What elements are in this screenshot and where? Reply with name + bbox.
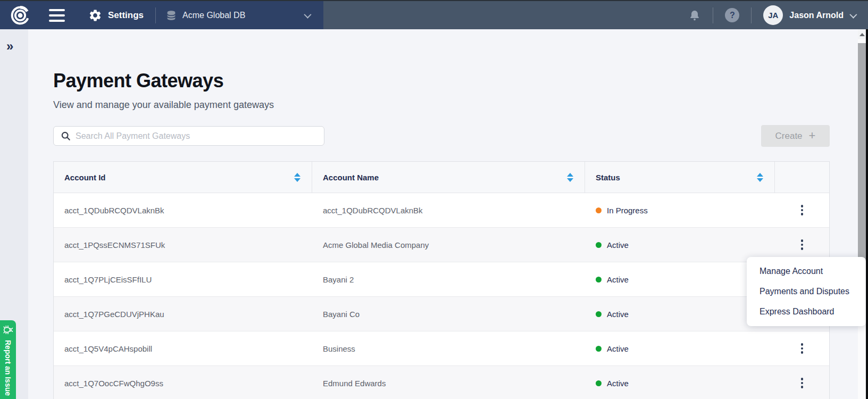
status-label: Active <box>607 379 629 388</box>
chevron-down-icon <box>304 11 311 18</box>
cell-actions <box>775 331 829 365</box>
menu-item-payments-and-disputes[interactable]: Payments and Disputes <box>747 281 866 302</box>
row-actions-context-menu: Manage Account Payments and Disputes Exp… <box>747 257 866 326</box>
kebab-menu-icon[interactable] <box>796 375 809 392</box>
table-row[interactable]: acct_1Q5V4pCAHspobill Business Active <box>54 331 829 366</box>
status-label: In Progress <box>607 206 648 215</box>
sort-icon[interactable] <box>294 173 301 182</box>
cell-account-id: acct_1Q7PGeCDUVjPHKau <box>54 297 312 331</box>
status-dot <box>596 346 602 352</box>
table-row[interactable]: acct_1Q7PGeCDUVjPHKau Bayani Co Active <box>54 297 829 331</box>
vertical-scrollbar <box>858 29 866 399</box>
gear-icon <box>88 9 102 22</box>
bug-icon <box>2 324 14 336</box>
search-icon <box>61 131 71 141</box>
cell-status: Active <box>585 228 775 262</box>
cell-actions <box>775 366 829 399</box>
chevron-down-icon <box>849 11 857 18</box>
status-label: Active <box>607 240 629 250</box>
table-row[interactable]: acct_1Q7OocCFwQhgO9ss Edmund Edwards Act… <box>54 366 829 399</box>
menu-item-manage-account[interactable]: Manage Account <box>747 261 866 281</box>
cell-account-id: acct_1Q7OocCFwQhgO9ss <box>54 366 312 399</box>
cell-account-name: Bayani Co <box>312 297 585 331</box>
status-dot <box>596 277 602 282</box>
navbar-right-section: ? JA Jason Arnold <box>323 1 868 29</box>
table-row[interactable]: acct_1QDubRCQDVLaknBk acct_1QDubRCQDVLak… <box>54 193 829 228</box>
hamburger-menu-icon[interactable] <box>49 9 66 22</box>
status-label: Active <box>607 310 629 319</box>
database-icon <box>165 10 177 21</box>
table-header: Account Id Account Name Status <box>54 162 829 193</box>
kebab-menu-icon[interactable] <box>796 340 809 357</box>
navbar-divider <box>155 7 156 23</box>
user-menu[interactable]: JA Jason Arnold <box>763 5 855 25</box>
status-dot <box>596 207 602 213</box>
cell-account-name: Acme Global Media Company <box>312 228 585 262</box>
database-selector[interactable]: Acme Global DB <box>165 10 310 21</box>
column-header-actions <box>775 162 829 193</box>
sort-icon[interactable] <box>757 173 763 182</box>
scroll-up-arrow-icon[interactable] <box>858 29 866 39</box>
create-button[interactable]: Create + <box>761 125 830 147</box>
bell-icon <box>688 9 701 22</box>
menu-item-express-dashboard[interactable]: Express Dashboard <box>747 302 866 322</box>
table-row[interactable]: acct_1PQssECNMS71SFUk Acme Global Media … <box>54 228 829 262</box>
cell-status: Active <box>585 366 775 399</box>
app-logo-icon[interactable] <box>9 4 32 27</box>
status-label: Active <box>607 275 629 284</box>
app-window: Settings Acme Global DB <box>0 0 868 399</box>
status-dot <box>596 242 602 248</box>
kebab-menu-icon[interactable] <box>796 236 809 253</box>
cell-account-id: acct_1Q5V4pCAHspobill <box>54 331 312 365</box>
plus-icon: + <box>809 130 816 142</box>
cell-account-name: Edmund Edwards <box>312 366 585 399</box>
toolbar: Create + <box>53 125 830 147</box>
top-navbar: Settings Acme Global DB <box>0 0 868 29</box>
cell-account-id: acct_1PQssECNMS71SFUk <box>54 228 312 262</box>
status-dot <box>596 380 602 386</box>
navbar-divider <box>713 7 713 23</box>
search-input[interactable] <box>76 131 324 141</box>
column-header-account-id[interactable]: Account Id <box>54 162 312 193</box>
main-content: Payment Gateways View and manage your av… <box>28 29 868 399</box>
cell-account-name: Bayani 2 <box>312 262 585 296</box>
create-button-label: Create <box>775 131 803 142</box>
navbar-left-section: Settings Acme Global DB <box>0 1 323 29</box>
sort-icon[interactable] <box>567 173 573 182</box>
cell-account-id: acct_1QDubRCQDVLaknBk <box>54 193 312 227</box>
cell-actions <box>775 193 829 227</box>
status-dot <box>596 311 602 317</box>
column-header-status[interactable]: Status <box>585 162 775 193</box>
page-title: Payment Gateways <box>53 70 868 92</box>
navbar-divider <box>751 7 752 23</box>
search-box <box>53 126 324 146</box>
avatar: JA <box>763 5 783 25</box>
report-issue-tab[interactable]: Report an Issue <box>0 320 16 399</box>
window-edge <box>866 29 868 399</box>
status-label: Active <box>607 344 629 353</box>
notifications-button[interactable] <box>688 9 701 22</box>
cell-status: In Progress <box>585 193 775 227</box>
cell-account-name: acct_1QDubRCQDVLaknBk <box>312 193 585 227</box>
table-row[interactable]: acct_1Q7PLjCEisSFfILU Bayani 2 Active <box>54 262 829 297</box>
settings-nav-item[interactable]: Settings <box>88 9 144 22</box>
payment-gateways-table: Account Id Account Name Status acct_1QDu… <box>53 161 830 399</box>
page-subtitle: View and manage your available payment g… <box>53 99 868 111</box>
help-button[interactable]: ? <box>725 8 739 22</box>
cell-account-id: acct_1Q7PLjCEisSFfILU <box>54 262 312 296</box>
table-body: acct_1QDubRCQDVLaknBk acct_1QDubRCQDVLak… <box>54 193 829 399</box>
report-issue-label: Report an Issue <box>4 340 12 396</box>
help-icon: ? <box>725 8 739 22</box>
cell-account-name: Business <box>312 331 585 365</box>
settings-label: Settings <box>108 10 144 21</box>
user-name: Jason Arnold <box>789 11 844 20</box>
expand-sidebar-icon[interactable]: » <box>6 40 13 53</box>
kebab-menu-icon[interactable] <box>796 202 809 219</box>
cell-status: Active <box>585 331 775 365</box>
column-header-account-name[interactable]: Account Name <box>312 162 585 193</box>
database-name: Acme Global DB <box>182 11 245 20</box>
